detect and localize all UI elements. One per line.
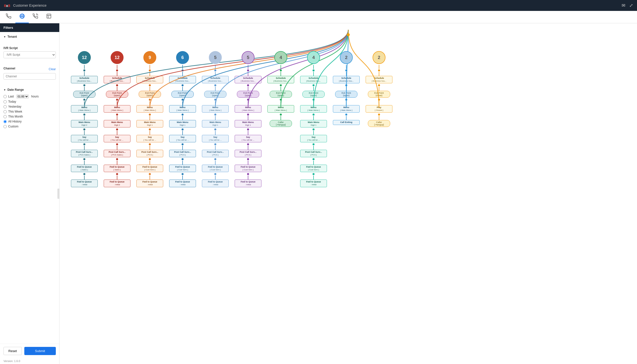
today-option[interactable]: Today: [4, 100, 56, 104]
node-0-6[interactable]: Fwd to Queue[ Sales ]: [71, 165, 98, 172]
tenant-collapse-arrow: ▼: [4, 36, 6, 38]
node-9-3[interactable]: Caller[ Hangup]: [368, 120, 390, 127]
custom-option[interactable]: Custom: [4, 125, 56, 128]
node-5-2[interactable]: Menu[ Main Menu ]: [235, 105, 261, 112]
node-0-7[interactable]: Fwd to Queue- Initial: [71, 180, 98, 187]
node-9-1[interactable]: Exit Point(close): [368, 91, 390, 98]
root-node: [347, 33, 350, 36]
node-1-0[interactable]: Schedule[ Business hou...: [104, 76, 131, 83]
node-5-5[interactable]: Post Call Surv...[ PCS ]: [235, 150, 261, 157]
node-1-6[interactable]: Fwd to Queue[ Sales ]: [104, 165, 131, 172]
node-1-4[interactable]: Say[ You will be ...: [104, 135, 131, 142]
node-5-0[interactable]: Schedule[ Business hou...: [235, 76, 261, 83]
channel-input[interactable]: [4, 73, 56, 80]
node-3-1[interactable]: Exit Point(open): [171, 91, 194, 98]
node-7-6[interactable]: Fwd to Queue[ Cust Serv ]: [300, 165, 327, 172]
node-4-4[interactable]: Say[ You will be ...: [202, 135, 229, 142]
node-1-2[interactable]: Menu[ Main Menu ]: [104, 105, 131, 112]
node-4-0[interactable]: Schedule[ Business hou...: [202, 76, 229, 83]
yesterday-option[interactable]: Yesterday: [4, 105, 56, 108]
node-3-7[interactable]: Fwd to Queue- Initial: [169, 180, 196, 187]
hours-select[interactable]: 01:00: [16, 94, 29, 98]
ivr-select[interactable]: IVR Script: [4, 51, 56, 58]
expand-icon[interactable]: ⤢: [629, 3, 633, 8]
node-9-0[interactable]: Schedule[ Business hou...: [366, 76, 392, 83]
node-8-1[interactable]: Exit Point(open): [335, 91, 357, 98]
today-radio[interactable]: [4, 100, 7, 104]
node-5-1[interactable]: Exit Point(open): [237, 91, 259, 98]
node-8-0[interactable]: Schedule[ Business hou...: [333, 76, 360, 83]
node-5-6[interactable]: Fwd to Queue[ Cust Serv ]: [235, 165, 261, 172]
node-7-4[interactable]: Say[ You will be ...: [300, 135, 327, 142]
node-0-1[interactable]: Exit Point(open): [73, 91, 96, 98]
node-0-3[interactable]: Main MenuDigit 2: [71, 120, 98, 128]
node-3-4[interactable]: Say[ You will be ...: [169, 135, 196, 142]
node-7-7[interactable]: Fwd to Queue- Initial: [300, 180, 327, 187]
node-1-3[interactable]: Main MenuDigit 2: [104, 120, 131, 128]
last-hours-radio[interactable]: [4, 95, 7, 98]
node-4-5[interactable]: Post Call Surv...[ PCS ]: [202, 150, 229, 157]
node-3-3[interactable]: Main MenuDigit 1: [169, 120, 196, 128]
node-2-0[interactable]: Schedule[ Business hou...: [137, 76, 163, 83]
tab-voip[interactable]: [29, 11, 42, 23]
node-3-0[interactable]: Schedule[ Business hou...: [169, 76, 196, 83]
node-6-1[interactable]: Exit Point(open): [270, 91, 292, 98]
node-7-5[interactable]: Post Call Surv...[ PCS ]: [300, 150, 327, 157]
node-2-3[interactable]: Main MenuDigit 1: [137, 120, 163, 128]
node-7-3[interactable]: Main MenuDigit 1: [300, 120, 327, 128]
tab-network[interactable]: [15, 11, 29, 23]
tab-reports[interactable]: [42, 11, 56, 23]
custom-radio[interactable]: [4, 125, 7, 128]
submit-button[interactable]: Submit: [24, 347, 56, 355]
node-1-7[interactable]: Fwd to Queue- Initial: [104, 180, 131, 187]
node-7-2[interactable]: Menu[ Main Menu ]: [300, 105, 327, 112]
node-4-2[interactable]: Menu[ Main Menu ]: [202, 105, 229, 112]
node-2-4[interactable]: Say[ You will be ...: [137, 135, 163, 142]
last-hours-option[interactable]: Last 01:00 hours: [4, 94, 56, 98]
node-8-3[interactable]: Call Exiting: [333, 120, 360, 125]
channel-clear-button[interactable]: Clear: [49, 68, 56, 71]
sidebar-collapse-button[interactable]: ‹: [58, 189, 60, 198]
node-4-3[interactable]: Main MenuDigit 1: [202, 120, 229, 128]
all-history-option[interactable]: All History: [4, 120, 56, 123]
node-7-1[interactable]: Exit Point(open): [302, 91, 325, 98]
node-4-7[interactable]: Fwd to Queue- Initial: [202, 180, 229, 187]
tab-calls[interactable]: [2, 11, 15, 23]
node-2-7[interactable]: Fwd to Queue- Initial: [137, 180, 163, 187]
yesterday-radio[interactable]: [4, 105, 7, 108]
node-2-6[interactable]: Fwd to Queue[ Cust Serv ]: [137, 165, 163, 172]
node-6-3[interactable]: Caller[ Hangup]: [270, 120, 292, 127]
node-5-4[interactable]: Say[ You will be ...: [235, 135, 261, 142]
node-4-1[interactable]: Exit Point(open): [204, 91, 227, 98]
node-1-1[interactable]: Exit Point(open): [106, 91, 128, 98]
node-6-0[interactable]: Schedule[ Business hou...: [267, 76, 294, 83]
node-5-3[interactable]: Main MenuDigit 1: [235, 120, 261, 128]
node-5-7[interactable]: Fwd to Queue- Initial: [235, 180, 261, 187]
reset-button[interactable]: Reset: [4, 347, 22, 355]
filters-header: Filters: [0, 23, 59, 32]
this-week-option[interactable]: This Week: [4, 110, 56, 113]
node-8-2[interactable]: Menu[ Main Menu ]: [333, 105, 360, 112]
node-2-1[interactable]: Exit Point(open): [139, 91, 161, 98]
tenant-heading[interactable]: ▼ Tenant: [4, 35, 56, 38]
this-week-radio[interactable]: [4, 110, 7, 113]
node-2-5[interactable]: Post Call Surv...[ PCS ]: [137, 150, 163, 157]
node-6-2[interactable]: Menu[ Main Menu ]: [267, 105, 294, 112]
node-9-2[interactable]: Play[ Closed ]: [366, 105, 392, 112]
node-0-0[interactable]: Schedule[ Business hou...: [71, 76, 98, 83]
node-3-5[interactable]: Post Call Surv...[ PCS ]: [169, 150, 196, 157]
node-0-4[interactable]: Say[ You will be ...: [71, 135, 98, 142]
node-3-2[interactable]: Menu[ Main Menu ]: [169, 105, 196, 112]
date-range-heading[interactable]: ▼ Date Range: [4, 88, 56, 92]
node-4-6[interactable]: Fwd to Queue[ Cust Serv ]: [202, 165, 229, 172]
node-1-5[interactable]: Post Call Surv...[ PCS Sales ]: [104, 150, 131, 157]
this-month-option[interactable]: This Month: [4, 115, 56, 118]
this-month-radio[interactable]: [4, 115, 7, 118]
node-7-0[interactable]: Schedule[ Business hou...: [300, 76, 327, 83]
mail-icon[interactable]: ✉: [622, 3, 625, 8]
node-0-5[interactable]: Post Call Surv...[ PCS Sales ]: [71, 150, 98, 157]
node-2-2[interactable]: Menu[ Main Menu ]: [137, 105, 163, 112]
node-3-6[interactable]: Fwd to Queue[ Cust Serv ]: [169, 165, 196, 172]
node-0-2[interactable]: Menu[ Main Menu ]: [71, 105, 98, 112]
all-history-radio[interactable]: [4, 120, 7, 123]
